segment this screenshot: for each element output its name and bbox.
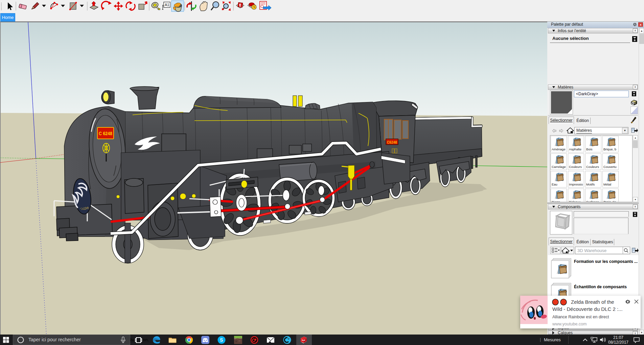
svg-text:C6248: C6248 xyxy=(387,141,397,144)
svg-text:C 6248: C 6248 xyxy=(99,131,112,136)
svg-text:A1: A1 xyxy=(165,3,169,7)
svg-text:S: S xyxy=(220,337,223,343)
